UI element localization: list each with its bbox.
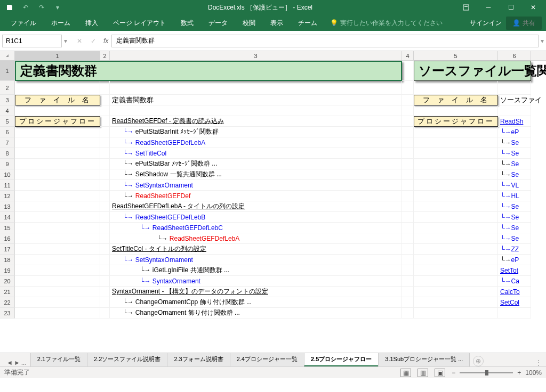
maximize-icon[interactable]: ☐ — [500, 0, 521, 15]
cell[interactable] — [100, 127, 110, 137]
view-normal-icon[interactable]: ▦ — [400, 369, 411, 377]
cell[interactable] — [15, 137, 100, 148]
share-button[interactable]: 👤共有 — [506, 17, 542, 30]
col-header[interactable]: 1 — [15, 51, 100, 60]
sheet-tab[interactable]: 2.2ソースファイル説明書 — [87, 353, 167, 366]
cell[interactable] — [100, 169, 110, 180]
view-layout-icon[interactable]: ▥ — [417, 369, 428, 377]
cell[interactable] — [15, 265, 100, 276]
cell[interactable] — [402, 276, 414, 287]
cell[interactable] — [498, 308, 531, 318]
tab-home[interactable]: ホーム — [45, 15, 77, 31]
cell[interactable] — [414, 201, 498, 212]
cell[interactable] — [402, 148, 414, 159]
cell[interactable]: └→ eP — [498, 255, 531, 265]
row-header[interactable]: 2 — [0, 81, 15, 95]
cell[interactable] — [100, 180, 110, 191]
cell[interactable] — [15, 244, 100, 255]
cell[interactable] — [402, 95, 414, 105]
cell[interactable]: └→ SetSyntaxOrnament — [110, 180, 402, 191]
minimize-icon[interactable]: ─ — [478, 0, 499, 15]
cell[interactable] — [414, 223, 498, 233]
cell[interactable]: プロシージャフロー — [414, 116, 498, 127]
cell[interactable] — [15, 148, 100, 159]
cell[interactable] — [100, 201, 110, 212]
tab-file[interactable]: ファイル — [4, 15, 43, 31]
cell[interactable] — [414, 148, 498, 159]
cell[interactable]: └→ SyntaxOrnament — [110, 276, 402, 287]
cell[interactable] — [100, 116, 110, 127]
cell[interactable] — [414, 244, 498, 255]
cell[interactable] — [110, 105, 402, 116]
cell[interactable] — [402, 180, 414, 191]
cell[interactable] — [100, 244, 110, 255]
cell[interactable] — [414, 265, 498, 276]
zoom-out-icon[interactable]: − — [452, 369, 455, 377]
cell[interactable]: └→ Se — [498, 137, 531, 148]
row-header[interactable]: 16 — [0, 233, 15, 244]
tell-me[interactable]: 💡実行したい作業を入力してください — [330, 19, 443, 28]
namebox-dropdown-icon[interactable]: ▾ — [64, 37, 67, 45]
cell[interactable] — [414, 212, 498, 223]
cell[interactable] — [402, 81, 414, 95]
cell[interactable]: └→ ReadSheetGEFDefLebB — [110, 212, 402, 223]
cell[interactable]: └→ Se — [498, 233, 531, 244]
tab-layout[interactable]: ページ レイアウト — [107, 15, 172, 31]
cell[interactable] — [100, 95, 110, 105]
cell[interactable] — [100, 191, 110, 201]
cell[interactable] — [402, 287, 414, 297]
cell[interactable] — [402, 201, 414, 212]
cell[interactable] — [414, 191, 498, 201]
tab-nav-next-icon[interactable]: ► — [14, 359, 20, 366]
cell[interactable] — [100, 287, 110, 297]
cell[interactable] — [414, 169, 498, 180]
cell[interactable]: SetCol — [498, 297, 531, 308]
cell[interactable] — [100, 276, 110, 287]
col-header[interactable]: 2 — [100, 51, 110, 60]
cell[interactable] — [100, 212, 110, 223]
cell[interactable] — [402, 308, 414, 318]
cell[interactable]: └→ ReadSheetGEFDefLebC — [110, 223, 402, 233]
row-header[interactable]: 21 — [0, 287, 15, 297]
row-header[interactable]: 19 — [0, 265, 15, 276]
cell[interactable]: └→ ChangeOrnamentCpp 飾り付け関数群 ... — [110, 297, 402, 308]
cell[interactable] — [15, 169, 100, 180]
cell[interactable] — [100, 159, 110, 169]
col-header[interactable]: 4 — [402, 51, 414, 60]
cell[interactable]: ソースファイ — [498, 95, 531, 105]
cell[interactable]: フ ァ イ ル 名 — [414, 95, 498, 105]
cell[interactable] — [414, 105, 498, 116]
row-header[interactable]: 3 — [0, 95, 15, 105]
cell[interactable]: └→ iGetLgIniFile 共通関数群 ... — [110, 265, 402, 276]
cell[interactable] — [15, 201, 100, 212]
cell[interactable] — [414, 297, 498, 308]
cell[interactable] — [100, 81, 110, 95]
cell[interactable]: └→ Se — [498, 212, 531, 223]
row-header[interactable]: 4 — [0, 105, 15, 116]
cell[interactable] — [15, 276, 100, 287]
cancel-formula-icon[interactable]: ✕ — [73, 35, 86, 47]
cell[interactable] — [100, 297, 110, 308]
cell[interactable] — [402, 116, 414, 127]
tab-insert[interactable]: 挿入 — [79, 15, 105, 31]
cell[interactable] — [100, 255, 110, 265]
cell[interactable]: └→ Se — [498, 159, 531, 169]
sheet-tab[interactable]: 2.1ファイル一覧 — [30, 353, 87, 366]
cell[interactable] — [414, 233, 498, 244]
cell[interactable] — [402, 223, 414, 233]
cell[interactable] — [402, 233, 414, 244]
row-header[interactable]: 11 — [0, 180, 15, 191]
cell[interactable]: └→ SetShadow 一覧共通関数群 ... — [110, 169, 402, 180]
cell[interactable]: └→ VL — [498, 180, 531, 191]
formula-expand-icon[interactable]: ▾ — [541, 37, 544, 45]
row-header[interactable]: 6 — [0, 127, 15, 137]
cell[interactable] — [100, 308, 110, 318]
cell[interactable]: ReadSh — [498, 116, 531, 127]
sheet-tab[interactable]: 2.4プロシージャー一覧 — [230, 353, 304, 366]
cell[interactable] — [414, 180, 498, 191]
cell[interactable] — [100, 148, 110, 159]
cell[interactable] — [15, 308, 100, 318]
cell[interactable]: └→ Se — [498, 223, 531, 233]
cell[interactable]: プロシージャフロー — [15, 116, 100, 127]
view-pagebreak-icon[interactable]: ▣ — [435, 369, 445, 377]
